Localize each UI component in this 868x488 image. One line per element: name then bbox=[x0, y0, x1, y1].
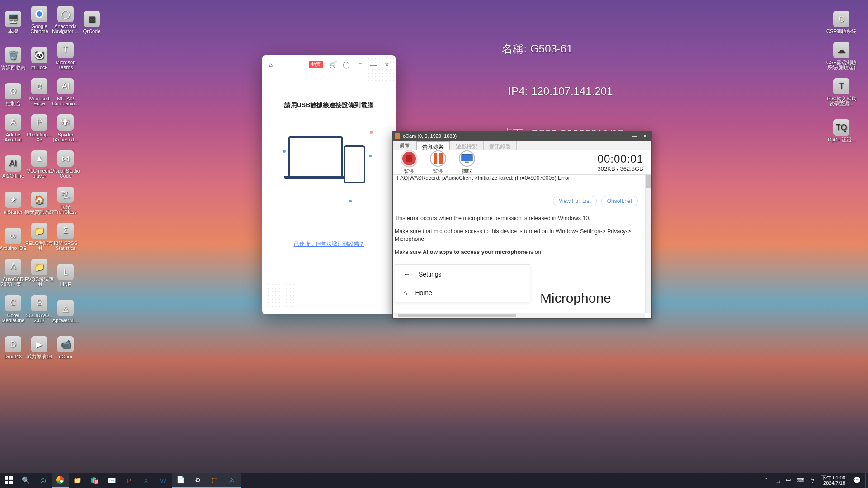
taskbar-excel[interactable]: X bbox=[137, 473, 155, 488]
desktop-icon-tqc-plus[interactable]: TQTQC+ 認證... bbox=[826, 109, 857, 144]
pause-icon bbox=[430, 150, 446, 167]
start-button[interactable] bbox=[0, 473, 17, 488]
view-full-list-button[interactable]: View Full List bbox=[553, 196, 596, 206]
back-arrow-icon[interactable]: ← bbox=[403, 270, 410, 278]
taskbar-ocam[interactable]: ▢ bbox=[206, 473, 223, 488]
settings-home-item[interactable]: Home bbox=[415, 289, 432, 296]
settings-title: Settings bbox=[419, 271, 442, 278]
error-explanation-1: This error occurs when the microphone pe… bbox=[393, 209, 648, 222]
taskbar-clock[interactable]: 下午 01:06 2024/7/18 bbox=[819, 475, 848, 486]
settings-screenshot: ← Settings ⌂ Home bbox=[395, 264, 530, 302]
horizontal-scrollbar[interactable] bbox=[393, 313, 645, 318]
cannot-detect-device-link[interactable]: 已連接，但無法識別到設備？ bbox=[294, 240, 364, 248]
sale-badge: 拍賣 bbox=[309, 61, 323, 68]
svg-rect-0 bbox=[462, 154, 472, 161]
capture-button[interactable]: 擷取 bbox=[459, 150, 475, 174]
microphone-heading: Microphone bbox=[540, 291, 611, 306]
tab-audio-record[interactable]: 音訊錄製 bbox=[483, 141, 517, 150]
ocam-toolbar: 暫停 暫停 擷取 00:00:01 302KB / 362.8GB bbox=[393, 150, 651, 175]
menu-icon[interactable]: ≡ bbox=[356, 61, 364, 69]
phone-manager-window: ⌂ 拍賣 🛒 ◯ ≡ — ✕ 請用USB數據線連接設備到電腦 已連接，但無法識別… bbox=[262, 55, 396, 314]
ocam-titlebar[interactable]: oCam (0, 0, 1920, 1080) — ✕ bbox=[393, 131, 651, 141]
error-explanation-3: Make sure Allow apps to access your micr… bbox=[393, 243, 648, 256]
recording-timer: 00:00:01 bbox=[598, 153, 643, 165]
error-explanation-2: Make sure that microphone access to this… bbox=[393, 222, 648, 243]
desktop-icon-spss[interactable]: ΣIBM SPSS Statistics bbox=[50, 218, 81, 252]
decoration-dots-icon bbox=[367, 57, 394, 84]
desktop-icon-spyder[interactable]: 🕷Spyder (Anacond... bbox=[50, 109, 81, 144]
ocam-app-icon bbox=[395, 133, 400, 139]
recording-size: 302KB / 362.8GB bbox=[598, 165, 643, 172]
svg-rect-5 bbox=[9, 481, 13, 484]
tray-item[interactable]: ⬚ bbox=[775, 477, 780, 483]
ocam-window: oCam (0, 0, 1920, 1080) — ✕ 選單 螢幕錄製 遊戲錄製… bbox=[392, 131, 652, 319]
svg-rect-1 bbox=[465, 162, 469, 163]
svg-rect-2 bbox=[5, 476, 8, 480]
search-button[interactable]: 🔍 bbox=[17, 473, 34, 488]
home-nav-icon[interactable]: ⌂ bbox=[403, 289, 407, 296]
tab-screen-record[interactable]: 螢幕錄製 bbox=[416, 141, 450, 150]
stop-button[interactable]: 暫停 bbox=[401, 150, 417, 174]
ohsoft-link-button[interactable]: Ohsoft.net bbox=[601, 196, 638, 206]
desktop-icon-ai2companion[interactable]: AIMIT AI2 Companio... bbox=[50, 73, 81, 108]
ocam-tabs: 選單 螢幕錄製 遊戲錄製 音訊錄製 bbox=[393, 141, 651, 150]
pause-button[interactable]: 暫停 bbox=[430, 150, 446, 174]
desktop-icon-teams[interactable]: TMicrosoft Teams bbox=[50, 37, 81, 71]
taskbar-store[interactable]: 🛍️ bbox=[86, 473, 103, 488]
tray-ime-mode[interactable]: ㄅ bbox=[810, 477, 815, 484]
desktop-icon-line[interactable]: LLINE bbox=[50, 254, 81, 288]
device-illustration-icon bbox=[288, 132, 370, 200]
home-icon[interactable]: ⌂ bbox=[267, 61, 275, 69]
desktop-icon-qrcode[interactable]: ▩QrCode bbox=[76, 1, 108, 35]
tab-menu[interactable]: 選單 bbox=[393, 141, 416, 150]
error-log-line: [FAQ]WASRecord: pAudioClient->Initialize… bbox=[393, 175, 648, 181]
connect-usb-message: 請用USB數據線連接設備到電腦 bbox=[284, 101, 374, 109]
taskbar-explorer[interactable]: 📁 bbox=[69, 473, 86, 488]
taskbar-edge[interactable]: ◎ bbox=[34, 473, 52, 488]
desktop-icon-tronclass[interactable]: 弘弘光 TronClass bbox=[50, 182, 81, 216]
desktop-icon-vscode[interactable]: ⋈Visual Studio Code bbox=[50, 145, 81, 180]
show-desktop-button[interactable] bbox=[865, 473, 868, 488]
monitor-icon bbox=[459, 150, 475, 167]
ocam-title: oCam (0, 0, 1920, 1080) bbox=[403, 133, 457, 139]
taskbar: 🔍 ◎ 📁 🛍️ ✉️ P X W 📄 ⚙ ▢ ◬ ˄ ⬚ 中 ⌨ ㄅ 下午 0… bbox=[0, 473, 868, 488]
desktop-icon-csf-cloud[interactable]: ☁CSF雲端測驗系統(測驗端) bbox=[826, 37, 857, 71]
taskbar-apowermirror[interactable]: ◬ bbox=[223, 473, 241, 488]
svg-rect-3 bbox=[9, 476, 13, 480]
taskbar-powerpoint[interactable]: P bbox=[120, 473, 137, 488]
taskbar-mail[interactable]: ✉️ bbox=[103, 473, 120, 488]
ocam-content: [FAQ]WASRecord: pAudioClient->Initialize… bbox=[393, 175, 651, 318]
stop-icon bbox=[401, 150, 417, 167]
desktop-icon-csf-test[interactable]: CCSF測驗系統 bbox=[826, 1, 857, 35]
user-icon[interactable]: ◯ bbox=[342, 61, 350, 69]
taskbar-chrome[interactable] bbox=[52, 473, 69, 488]
vertical-scrollbar[interactable] bbox=[645, 175, 651, 313]
taskbar-settings[interactable]: ⚙ bbox=[189, 473, 206, 488]
tab-game-record[interactable]: 遊戲錄製 bbox=[450, 141, 483, 150]
svg-rect-4 bbox=[5, 481, 8, 484]
close-button[interactable]: ✕ bbox=[640, 132, 650, 140]
tray-keyboard-icon[interactable]: ⌨ bbox=[797, 477, 804, 483]
desktop-icon-apowermirror[interactable]: ◬ApowerMi... bbox=[50, 290, 81, 324]
taskbar-notepad[interactable]: 📄 bbox=[172, 473, 189, 488]
tray-ime-lang[interactable]: 中 bbox=[786, 477, 791, 484]
notification-center-icon[interactable]: 💬 bbox=[848, 473, 865, 488]
cart-icon[interactable]: 🛒 bbox=[329, 61, 337, 69]
desktop-icon-tqc-input[interactable]: TTQC輸入輔助教學暨認... bbox=[826, 73, 857, 108]
decoration-dots-icon bbox=[267, 283, 294, 310]
tray-overflow-chevron-icon[interactable]: ˄ bbox=[761, 477, 772, 483]
minimize-button[interactable]: — bbox=[630, 132, 640, 140]
system-tray: ⬚ 中 ⌨ ㄅ bbox=[772, 477, 819, 484]
taskbar-word[interactable]: W bbox=[155, 473, 172, 488]
desktop-icon-ocam[interactable]: 📹oCam bbox=[50, 326, 81, 361]
